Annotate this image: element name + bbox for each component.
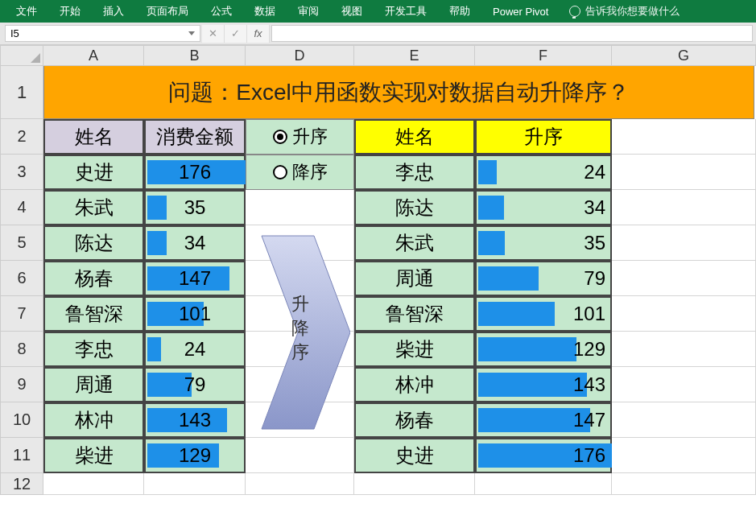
cell-b12[interactable] — [144, 473, 246, 495]
row-header-10[interactable]: 10 — [0, 402, 43, 438]
cell-g8[interactable] — [612, 332, 756, 367]
ribbon-tab-help[interactable]: 帮助 — [440, 1, 480, 22]
row-header-2[interactable]: 2 — [0, 119, 43, 155]
cell-d5[interactable] — [246, 225, 354, 261]
row-header-5[interactable]: 5 — [0, 225, 43, 261]
left-header-amount[interactable]: 消费金额 — [144, 119, 246, 155]
right-value-1[interactable]: 34 — [475, 190, 612, 225]
left-value-2[interactable]: 34 — [144, 225, 246, 261]
right-value-2[interactable]: 35 — [475, 225, 612, 261]
col-header-b[interactable]: B — [144, 45, 246, 66]
left-name-7[interactable]: 林冲 — [43, 402, 144, 438]
cell-g2[interactable] — [612, 119, 756, 155]
left-name-0[interactable]: 史进 — [43, 155, 144, 190]
title-cell[interactable]: 问题：Excel中用函数实现对数据自动升降序？ — [43, 66, 754, 119]
left-name-3[interactable]: 杨春 — [43, 261, 144, 296]
right-value-0[interactable]: 24 — [475, 155, 612, 190]
cell-d7[interactable] — [246, 296, 354, 332]
formula-input[interactable] — [271, 25, 753, 42]
left-value-4[interactable]: 101 — [144, 296, 246, 332]
ribbon-tab-powerpivot[interactable]: Power Pivot — [483, 2, 558, 21]
cell-a12[interactable] — [43, 473, 144, 495]
right-name-2[interactable]: 朱武 — [354, 225, 475, 261]
ribbon-tab-insert[interactable]: 插入 — [93, 1, 134, 22]
col-header-d[interactable]: D — [246, 45, 354, 66]
cell-d10[interactable] — [246, 402, 354, 438]
radio-descending[interactable]: 降序 — [246, 155, 354, 190]
select-all-corner[interactable] — [0, 45, 43, 66]
left-value-5[interactable]: 24 — [144, 332, 246, 367]
right-value-4[interactable]: 101 — [475, 296, 612, 332]
cell-g7[interactable] — [612, 296, 756, 332]
col-header-e[interactable]: E — [354, 45, 475, 66]
right-value-6[interactable]: 143 — [475, 367, 612, 402]
row-header-7[interactable]: 7 — [0, 296, 43, 332]
right-value-7[interactable]: 147 — [475, 402, 612, 438]
cell-d4[interactable] — [246, 190, 354, 225]
left-name-2[interactable]: 陈达 — [43, 225, 144, 261]
row-header-4[interactable]: 4 — [0, 190, 43, 225]
cell-g9[interactable] — [612, 367, 756, 402]
left-value-3[interactable]: 147 — [144, 261, 246, 296]
right-name-8[interactable]: 史进 — [354, 438, 475, 473]
tell-me-search[interactable]: 告诉我你想要做什么 — [569, 4, 680, 19]
col-header-f[interactable]: F — [475, 45, 612, 66]
right-value-3[interactable]: 79 — [475, 261, 612, 296]
right-name-0[interactable]: 李忠 — [354, 155, 475, 190]
cell-d8[interactable] — [246, 332, 354, 367]
cell-d9[interactable] — [246, 367, 354, 402]
row-header-3[interactable]: 3 — [0, 155, 43, 190]
cell-d11[interactable] — [246, 438, 354, 473]
cell-g10[interactable] — [612, 402, 756, 438]
ribbon-tab-view[interactable]: 视图 — [332, 1, 372, 22]
right-name-5[interactable]: 柴进 — [354, 332, 475, 367]
left-value-7[interactable]: 143 — [144, 402, 246, 438]
right-name-6[interactable]: 林冲 — [354, 367, 475, 402]
ribbon-tab-data[interactable]: 数据 — [245, 1, 285, 22]
cancel-formula-button[interactable]: ✕ — [202, 25, 225, 43]
left-value-6[interactable]: 79 — [144, 367, 246, 402]
ribbon-tab-home[interactable]: 开始 — [50, 1, 90, 22]
fx-button[interactable]: fx — [247, 25, 270, 43]
cell-g3[interactable] — [612, 155, 756, 190]
left-header-name[interactable]: 姓名 — [43, 119, 144, 155]
ribbon-tab-file[interactable]: 文件 — [6, 1, 47, 22]
left-value-1[interactable]: 35 — [144, 190, 246, 225]
row-header-12[interactable]: 12 — [0, 473, 43, 495]
right-value-8[interactable]: 176 — [475, 438, 612, 473]
left-name-5[interactable]: 李忠 — [43, 332, 144, 367]
ribbon-tab-review[interactable]: 审阅 — [288, 1, 328, 22]
confirm-formula-button[interactable]: ✓ — [225, 25, 247, 43]
right-name-4[interactable]: 鲁智深 — [354, 296, 475, 332]
cell-e12[interactable] — [354, 473, 475, 495]
ribbon-tab-dev[interactable]: 开发工具 — [375, 1, 436, 22]
spreadsheet-grid[interactable]: A B D E F G 1 问题：Excel中用函数实现对数据自动升降序？ 2 … — [0, 45, 756, 495]
ribbon-tab-formulas[interactable]: 公式 — [201, 1, 242, 22]
radio-ascending[interactable]: 升序 — [246, 119, 354, 155]
col-header-g[interactable]: G — [612, 45, 756, 66]
cell-g5[interactable] — [612, 225, 756, 261]
right-name-3[interactable]: 周通 — [354, 261, 475, 296]
right-value-5[interactable]: 129 — [475, 332, 612, 367]
left-name-4[interactable]: 鲁智深 — [43, 296, 144, 332]
left-name-1[interactable]: 朱武 — [43, 190, 144, 225]
cell-d12[interactable] — [246, 473, 354, 495]
left-name-6[interactable]: 周通 — [43, 367, 144, 402]
left-value-8[interactable]: 129 — [144, 438, 246, 473]
cell-g12[interactable] — [612, 473, 756, 495]
right-name-1[interactable]: 陈达 — [354, 190, 475, 225]
cell-g11[interactable] — [612, 438, 756, 473]
right-header-name[interactable]: 姓名 — [354, 119, 475, 155]
left-value-0[interactable]: 176 — [144, 155, 246, 190]
right-header-sort[interactable]: 升序 — [475, 119, 612, 155]
cell-d6[interactable] — [246, 261, 354, 296]
row-header-1[interactable]: 1 — [0, 66, 43, 119]
left-name-8[interactable]: 柴进 — [43, 438, 144, 473]
row-header-11[interactable]: 11 — [0, 438, 43, 473]
right-name-7[interactable]: 杨春 — [354, 402, 475, 438]
row-header-8[interactable]: 8 — [0, 332, 43, 367]
row-header-6[interactable]: 6 — [0, 261, 43, 296]
name-box[interactable]: I5 — [5, 25, 200, 42]
cell-g6[interactable] — [612, 261, 756, 296]
cell-f12[interactable] — [475, 473, 612, 495]
